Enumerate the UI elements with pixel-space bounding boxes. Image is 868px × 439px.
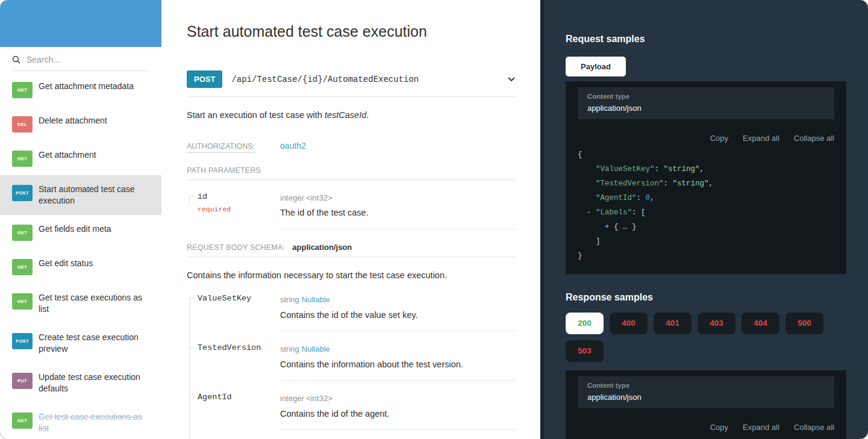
description-text: Start an execution of test case with (187, 110, 325, 120)
sidebar-item[interactable]: GETGet test case executions as list (0, 284, 161, 323)
sidebar-item[interactable]: GETGet test case executions as list (0, 403, 161, 439)
sidebar-item-label: Get edit status (39, 258, 93, 269)
code-token: : [ (632, 208, 646, 217)
content-type-select[interactable]: Content type application/json (578, 376, 834, 408)
parameter-row: ValueSetKeystringNullableContains the id… (187, 282, 516, 331)
status-code-tabs: 200400401403404500503 (566, 313, 846, 362)
sidebar-item[interactable]: DELDelete attachment (0, 107, 161, 141)
parameter-type: stringNullable (280, 343, 516, 355)
sidebar-item-label: Update test case execution defaults (39, 372, 149, 394)
collapse-all-button[interactable]: Collapse all (794, 134, 834, 143)
search-input[interactable] (25, 54, 149, 65)
request-sample-code: { "ValueSetKey": "string", "TestedVersio… (578, 148, 834, 263)
code-line: } (578, 249, 834, 263)
parameter-name: AgentId (198, 393, 232, 402)
parameter-row: idrequiredinteger <int32>The id of the t… (187, 180, 516, 229)
request-sample-actions: CopyExpand allCollapse all (578, 134, 834, 143)
status-code-tab-500[interactable]: 500 (785, 313, 823, 334)
authorizations-row: AUTHORIZATIONS: oauth2 (187, 141, 516, 153)
parameter-name-cell: idrequired (187, 192, 280, 229)
sidebar-item-label: Delete attachment (39, 115, 107, 126)
oauth2-link[interactable]: oauth2 (280, 141, 516, 151)
status-code-tab-200[interactable]: 200 (566, 313, 604, 334)
path-parameters-list: idrequiredinteger <int32>The id of the t… (187, 180, 516, 229)
copy-button[interactable]: Copy (710, 423, 728, 432)
parameter-type: stringNullable (280, 294, 516, 306)
copy-button[interactable]: Copy (710, 134, 728, 143)
method-badge: GET (12, 225, 33, 241)
api-docs-window: GETGet attachment metadataDELDelete atta… (0, 0, 868, 439)
sidebar-item[interactable]: GETGet attachment (0, 141, 161, 175)
sidebar-menu: GETGet attachment metadataDELDelete atta… (0, 71, 161, 439)
code-token[interactable]: + (578, 223, 614, 231)
expand-all-button[interactable]: Expand all (743, 134, 779, 143)
sidebar-item[interactable]: PUTUpdate test case execution defaults (0, 363, 161, 403)
samples-panel: Request samples Payload Content type app… (540, 0, 868, 439)
code-line: "ValueSetKey": "string", (578, 162, 834, 176)
sidebar-item[interactable]: GETGet fields edit meta (0, 215, 161, 249)
sidebar: GETGet attachment metadataDELDelete atta… (0, 0, 161, 439)
response-sample-actions: CopyExpand allCollapse all (578, 423, 834, 432)
status-code-tab-503[interactable]: 503 (566, 340, 604, 362)
sidebar-item-label: Get attachment (39, 149, 96, 161)
code-token: "TestedVersion" (596, 179, 664, 188)
response-sample-panel: Content type application/json CopyExpand… (566, 370, 846, 439)
parameter-details: stringNullableContains the information a… (280, 343, 516, 381)
code-token: "string" (673, 179, 709, 188)
collapse-all-button[interactable]: Collapse all (794, 423, 834, 432)
code-token: , (650, 194, 655, 202)
sidebar-item[interactable]: GETGet attachment metadata (0, 72, 161, 107)
parameter-name: id (198, 192, 207, 201)
code-token: "string" (664, 165, 700, 173)
parameter-name-cell: ValueSetKey (187, 294, 280, 331)
logo-banner (0, 0, 161, 47)
payload-tab[interactable]: Payload (566, 57, 626, 76)
method-badge: DEL (12, 116, 33, 132)
parameter-row: Labels›Array of objects (ApiLabelAttache… (187, 430, 516, 439)
request-body-content-type: application/json (292, 243, 352, 252)
code-token: : (655, 165, 664, 173)
parameter-description: Contains the information about the test … (280, 358, 516, 371)
code-token[interactable]: - (578, 208, 596, 217)
endpoint-row[interactable]: POST /api/TestCase/{id}/AutomatedExecuti… (187, 70, 516, 97)
search-box[interactable] (12, 54, 149, 71)
code-line: - "Labels": [ (578, 205, 834, 220)
method-badge: GET (12, 259, 33, 275)
status-code-tab-404[interactable]: 404 (742, 313, 779, 334)
code-line: { (578, 148, 834, 162)
parameter-row: TestedVersionstringNullableContains the … (187, 331, 516, 381)
description-emphasis: testCaseId (325, 110, 366, 120)
parameter-description: Contains the id of the value set key. (280, 308, 516, 322)
status-code-tab-401[interactable]: 401 (654, 313, 692, 334)
sidebar-item[interactable]: GETGet edit status (0, 249, 161, 284)
code-token: { … } (614, 223, 637, 231)
code-line: "AgentId": 0, (578, 191, 834, 205)
parameter-description: Contains the id of the agent. (280, 407, 516, 420)
content-type-select[interactable]: Content type application/json (578, 87, 834, 119)
code-line: ] (578, 234, 834, 249)
code-line: + { … } (578, 220, 834, 234)
sidebar-item-label: Get test case executions as list (39, 411, 149, 434)
sidebar-item-label: Start automated test case execution (39, 184, 149, 207)
method-badge: GET (12, 293, 33, 310)
authorizations-label: AUTHORIZATIONS: (187, 142, 255, 153)
sidebar-item[interactable]: POSTStart automated test case execution (0, 175, 161, 215)
code-token: { (578, 151, 582, 159)
parameter-row: AgentIdinteger <int32>Contains the id of… (187, 381, 516, 430)
path-parameters-header: PATH PARAMETERS (187, 166, 516, 180)
sidebar-item-label: Get fields edit meta (39, 223, 111, 235)
status-code-tab-400[interactable]: 400 (610, 313, 648, 334)
content-type-value: application/json (587, 393, 825, 402)
parameter-details: stringNullableContains the id of the val… (280, 294, 516, 331)
chevron-down-icon[interactable] (507, 75, 516, 84)
method-badge: GET (12, 413, 33, 429)
method-badge: GET (12, 82, 33, 98)
code-token: 0 (646, 194, 651, 202)
nullable-flag: Nullable (302, 344, 330, 353)
expand-all-button[interactable]: Expand all (743, 423, 779, 432)
parameter-name: TestedVersion (198, 343, 261, 352)
sidebar-item[interactable]: POSTCreate test case execution preview (0, 323, 161, 363)
parameter-name: ValueSetKey (198, 294, 251, 303)
status-code-tab-403[interactable]: 403 (698, 313, 735, 334)
search-icon (12, 55, 20, 64)
